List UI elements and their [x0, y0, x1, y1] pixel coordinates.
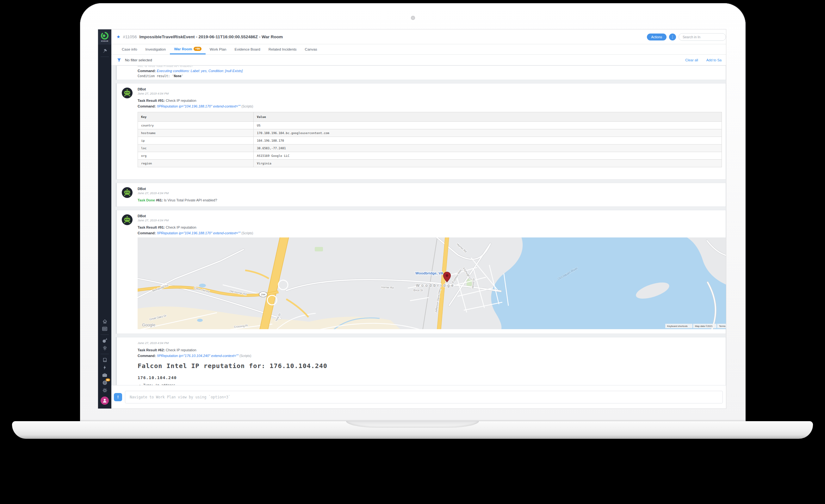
falcon-intel-heading: Falcon Intel IP reputation for: 176.10.1…	[138, 362, 722, 369]
command-line: Command: !IPReputation ip="104.196.188.1…	[138, 104, 722, 108]
falcon-intel-details: Type: ip_address Last update: Unknown	[138, 383, 722, 385]
map-label-place: Woodbridge	[416, 283, 455, 288]
map-route-badge: 294	[261, 293, 266, 296]
home-icon[interactable]	[98, 318, 111, 325]
chat-input-bar: !	[111, 385, 726, 409]
ip-reputation-table: Key Value countryUS hostname170.188.196.…	[138, 112, 722, 167]
command-text[interactable]: !IPReputation ip="176.10.104.240" extend…	[157, 354, 238, 358]
timestamp: June 27, 2019 4:04 PM	[138, 191, 722, 195]
jobs-briefcase-icon[interactable]	[98, 371, 111, 379]
geolocation-map[interactable]: 294 Minnieville Rd Caton Hill Rd Old Hor…	[138, 238, 726, 329]
map-label-road: Horner Rd	[381, 285, 394, 289]
table-row: countryUS	[138, 122, 722, 129]
table-row: ip104.196.188.170	[138, 137, 722, 145]
google-watermark: Google	[142, 323, 155, 327]
automation-bolt-icon[interactable]	[98, 364, 111, 371]
xsoar-logo-text: XSOAR	[101, 40, 108, 42]
timestamp: June 27, 2019 4:04 PM	[138, 219, 723, 222]
war-room-entry-task-62: June 27, 2019 4:04 PM Task Result #62: C…	[116, 337, 726, 385]
dashboard-icon[interactable]	[98, 325, 111, 333]
condition-result: Condition result: "None"	[138, 74, 722, 78]
war-room-entry-task-done-61: DBot June 27, 2019 4:04 PM Task Done #61…	[116, 183, 726, 207]
user-avatar[interactable]	[100, 397, 109, 405]
command-text[interactable]: !IPReputation ip="104.196.188.170" exten…	[157, 231, 241, 235]
filter-bar: No filter selected Clear all Add to Sa	[111, 55, 726, 66]
sidebar-divider	[100, 57, 109, 57]
sidebar-divider	[100, 335, 109, 335]
laptop-notch	[346, 421, 479, 428]
detail-item: Type: ip_address	[138, 383, 722, 385]
clear-all-link[interactable]: Clear all	[685, 58, 698, 62]
task-done-line: Task Done #61: Is Virus Total Private AP…	[138, 198, 722, 202]
dbot-avatar	[122, 87, 133, 99]
incident-header: ★ #11056 ImpossibleTravelRiskEvent - 201…	[111, 29, 726, 44]
laptop-base	[12, 421, 813, 439]
tab-investigation[interactable]: Investigation	[141, 44, 170, 55]
dbot-avatar	[122, 214, 133, 226]
tab-bar: Case info Investigation War Room+99 Work…	[111, 44, 726, 55]
task-result-line: Task Result #91: Check IP reputation	[138, 99, 722, 102]
incident-title: ImpossibleTravelRiskEvent - 2019-06-11T1…	[140, 34, 283, 39]
war-room-entry-task-91-table: DBot June 27, 2019 4:04 PM Task Result #…	[116, 83, 726, 180]
command-text[interactable]: !IPReputation ip="104.196.188.170" exten…	[157, 104, 241, 108]
page-background: XSOAR	[0, 0, 825, 504]
marketplace-globe-icon[interactable]: 82	[98, 379, 111, 387]
tab-work-plan[interactable]: Work Plan	[206, 44, 231, 55]
map-keyboard-shortcuts[interactable]: Keyboard shortcuts	[667, 325, 688, 328]
command-line: Command: !IPReputation ip="176.10.104.24…	[138, 354, 722, 358]
actions-button[interactable]: Actions	[647, 33, 667, 40]
task-result-line: Task Result #62: Check IP reputation	[138, 348, 722, 352]
xsoar-logo-icon	[101, 32, 108, 39]
map-label-city: Woodbridge, VA	[416, 271, 443, 275]
filter-funnel-icon[interactable]	[117, 58, 121, 62]
clipped-task-text: #61: Is Virus Total Private API enabled?	[138, 66, 722, 67]
laptop-camera	[411, 16, 415, 20]
laptop-screen: XSOAR	[98, 29, 726, 409]
main-panel: ★ #11056 ImpossibleTravelRiskEvent - 201…	[111, 29, 726, 409]
map-data-attribution: Map data ©2021	[695, 325, 713, 328]
add-to-saved-link[interactable]: Add to Sa	[706, 58, 722, 62]
war-room-feed[interactable]: #61: Is Virus Total Private API enabled?…	[111, 66, 726, 385]
tab-canvas[interactable]: Canvas	[301, 44, 321, 55]
timestamp: June 27, 2019 4:04 PM	[138, 92, 722, 95]
table-row: regionVirginia	[138, 160, 722, 167]
favorite-star-icon[interactable]: ★	[117, 34, 121, 39]
filter-status-text: No filter selected	[125, 58, 152, 62]
playbook-book-icon[interactable]	[98, 356, 111, 364]
war-room-entry-task-91-map: DBot June 27, 2019 4:04 PM Task Result #…	[116, 210, 726, 334]
incident-id: #11056	[123, 34, 137, 39]
sidebar-divider	[100, 354, 109, 354]
dbot-avatar	[122, 187, 133, 198]
table-row: hostname170.188.196.104.bc.googleusercon…	[138, 129, 722, 137]
table-header-value: Value	[254, 112, 722, 122]
marketplace-badge: 82	[106, 379, 110, 381]
tab-war-room[interactable]: War Room+99	[170, 44, 206, 55]
sidebar: XSOAR	[98, 29, 111, 409]
author-name[interactable]: DBot	[138, 87, 722, 91]
search-input[interactable]	[679, 33, 726, 41]
war-room-entry-clipped: #61: Is Virus Total Private API enabled?…	[116, 66, 726, 80]
command-text[interactable]: Executing conditions: Label: yes, Condit…	[157, 69, 243, 73]
command-line: Command: Executing conditions: Label: ye…	[138, 69, 722, 73]
falcon-intel-ip: 176.10.104.240	[138, 375, 722, 380]
command-bang-button[interactable]: !	[114, 393, 122, 401]
tab-evidence-board[interactable]: Evidence Board	[231, 44, 265, 55]
task-result-line: Task Result #91: Check IP reputation	[138, 226, 723, 229]
signpost-icon[interactable]	[98, 344, 111, 352]
incidents-bomb-icon[interactable]	[98, 337, 111, 344]
war-room-count-badge: +99	[194, 47, 201, 51]
map-terms-link[interactable]: Terms of Us	[719, 325, 726, 328]
tab-case-info[interactable]: Case info	[118, 44, 141, 55]
tab-related-incidents[interactable]: Related Incidents	[265, 44, 301, 55]
kebab-menu-button[interactable]: ⋮	[669, 33, 676, 40]
author-name[interactable]: DBot	[138, 187, 722, 191]
war-room-cli-input[interactable]	[125, 391, 723, 404]
map-label-road: Brice St	[414, 289, 423, 292]
author-name[interactable]: DBot	[138, 214, 723, 218]
xsoar-logo[interactable]: XSOAR	[98, 29, 111, 45]
table-header-key: Key	[138, 112, 254, 122]
settings-gear-icon[interactable]	[98, 387, 111, 394]
pin-icon[interactable]	[98, 47, 111, 55]
table-row: loc38.6583,-77.2481	[138, 145, 722, 152]
command-line: Command: !IPReputation ip="104.196.188.1…	[138, 231, 723, 235]
